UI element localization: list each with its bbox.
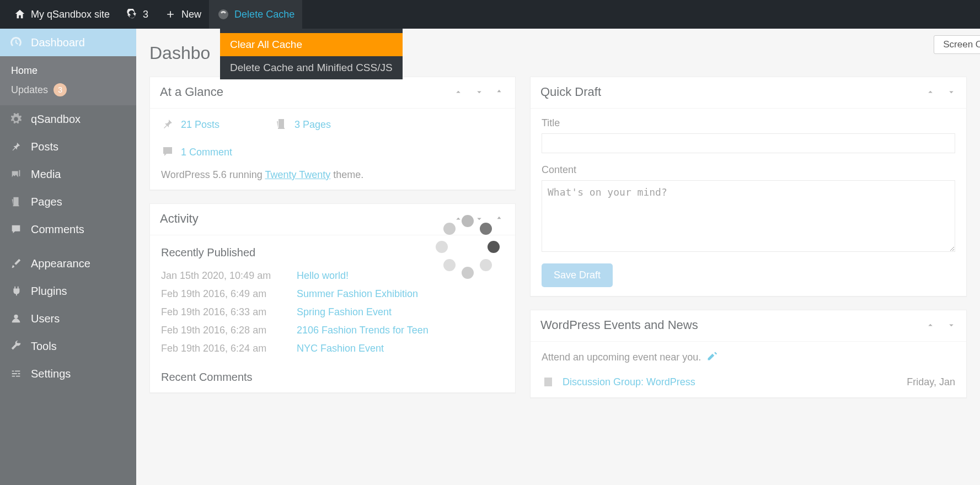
plugin-icon xyxy=(9,284,23,298)
sidebar-item-users[interactable]: Users xyxy=(0,305,136,332)
sidebar-label-users: Users xyxy=(31,312,60,325)
sidebar-label-pages: Pages xyxy=(31,196,62,208)
sidebar-item-media[interactable]: Media xyxy=(0,160,136,188)
recent-comments-title: Recent Comments xyxy=(161,371,504,384)
at-a-glance-title: At a Glance xyxy=(160,85,453,99)
site-name: My qSandbox site xyxy=(31,9,110,20)
sidebar-item-dashboard[interactable]: Dashboard xyxy=(0,29,136,56)
sliders-icon xyxy=(9,367,23,381)
screen-options-tab[interactable]: Screen Opti xyxy=(934,35,980,54)
quick-draft-box: Quick Draft Title Content Save Draft xyxy=(530,77,967,297)
chevron-up-icon[interactable] xyxy=(925,87,935,97)
pencil-icon[interactable] xyxy=(706,351,717,364)
sidebar-label-qsandbox: qSandbox xyxy=(31,113,81,126)
save-draft-button[interactable]: Save Draft xyxy=(542,263,613,287)
post-link[interactable]: Summer Fashion Exhibition xyxy=(297,288,418,300)
new-label: New xyxy=(181,9,201,20)
clear-all-cache-item[interactable]: Clear All Cache xyxy=(220,33,403,56)
media-icon xyxy=(9,167,23,181)
activity-item: Feb 19th 2016, 6:49 am Summer Fashion Ex… xyxy=(161,285,504,303)
new-content-link[interactable]: New xyxy=(156,0,209,29)
chevron-down-icon[interactable] xyxy=(946,87,956,97)
sidebar-label-appearance: Appearance xyxy=(31,257,90,270)
comment-icon xyxy=(161,145,175,159)
post-link[interactable]: Hello world! xyxy=(297,270,349,282)
cache-logo-icon xyxy=(217,8,230,21)
chevron-up-icon[interactable] xyxy=(453,87,463,97)
delete-cache-dropdown: Clear All Cache Delete Cache and Minifie… xyxy=(220,29,403,79)
chevron-up-icon[interactable] xyxy=(925,320,935,330)
sidebar-item-settings[interactable]: Settings xyxy=(0,360,136,387)
user-icon xyxy=(9,311,23,326)
activity-title: Activity xyxy=(160,212,453,226)
post-link[interactable]: Spring Fashion Event xyxy=(297,306,392,318)
activity-item: Feb 19th 2016, 6:24 am NYC Fashion Event xyxy=(161,340,504,358)
sidebar-label-plugins: Plugins xyxy=(31,285,67,298)
sidebar-item-appearance[interactable]: Appearance xyxy=(0,250,136,277)
site-home-link[interactable]: My qSandbox site xyxy=(6,0,117,29)
dashboard-icon xyxy=(9,35,23,50)
sidebar-item-qsandbox[interactable]: qSandbox xyxy=(0,105,136,133)
sidebar-item-home[interactable]: Home xyxy=(0,62,136,80)
sidebar-label-comments: Comments xyxy=(31,223,84,236)
dashboard-submenu: Home Updates 3 xyxy=(0,56,136,105)
sidebar-label-settings: Settings xyxy=(31,368,71,380)
sidebar-item-tools[interactable]: Tools xyxy=(0,332,136,360)
sidebar-label-posts: Posts xyxy=(31,141,58,153)
gear-icon xyxy=(9,112,23,126)
activity-item: Feb 19th 2016, 6:33 am Spring Fashion Ev… xyxy=(161,303,504,321)
activity-item: Feb 19th 2016, 6:28 am 2106 Fashion Tren… xyxy=(161,321,504,340)
posts-count-link[interactable]: 21 Posts xyxy=(181,119,219,131)
delete-cache-minified-item[interactable]: Delete Cache and Minified CSS/JS xyxy=(220,56,403,79)
wp-version-info: WordPress 5.6 running Twenty Twenty them… xyxy=(161,169,504,181)
sidebar-item-updates[interactable]: Updates 3 xyxy=(0,80,136,100)
title-field-label: Title xyxy=(542,117,955,129)
plus-icon xyxy=(164,8,177,21)
pages-count-link[interactable]: 3 Pages xyxy=(294,119,331,131)
updates-count: 3 xyxy=(143,9,148,20)
event-link[interactable]: Discussion Group: WordPress xyxy=(563,376,899,388)
delete-cache-label: Delete Cache xyxy=(234,9,294,20)
calendar-icon xyxy=(542,375,555,389)
pages-icon xyxy=(9,195,23,209)
chevron-down-icon[interactable] xyxy=(946,320,956,330)
refresh-icon xyxy=(125,8,138,21)
wrench-icon xyxy=(9,339,23,353)
theme-link[interactable]: Twenty Twenty xyxy=(265,169,330,180)
draft-title-input[interactable] xyxy=(542,133,955,153)
pages-icon xyxy=(275,117,289,132)
svg-point-0 xyxy=(218,9,228,19)
sidebar-label-tools: Tools xyxy=(31,340,57,353)
updates-badge: 3 xyxy=(53,83,67,96)
sidebar-item-plugins[interactable]: Plugins xyxy=(0,277,136,305)
updates-label: Updates xyxy=(11,84,48,96)
home-icon xyxy=(13,8,26,21)
chevron-down-icon[interactable] xyxy=(474,87,484,97)
pin-icon xyxy=(161,117,175,132)
pin-icon xyxy=(9,139,23,154)
event-date: Friday, Jan xyxy=(907,376,955,388)
at-a-glance-box: At a Glance xyxy=(149,77,516,190)
content-field-label: Content xyxy=(542,164,955,176)
brush-icon xyxy=(9,256,23,271)
sidebar-item-comments[interactable]: Comments xyxy=(0,215,136,243)
updates-link[interactable]: 3 xyxy=(117,0,156,29)
quick-draft-title: Quick Draft xyxy=(540,85,925,99)
post-link[interactable]: 2106 Fashion Trends for Teen xyxy=(297,325,429,336)
comments-count-link[interactable]: 1 Comment xyxy=(181,147,232,158)
sidebar-label-media: Media xyxy=(31,168,61,181)
draft-content-textarea[interactable] xyxy=(542,180,955,252)
delete-cache-menu[interactable]: Delete Cache xyxy=(209,0,302,29)
sidebar-item-posts[interactable]: Posts xyxy=(0,133,136,160)
content-area: Dashbo At a Glance xyxy=(136,29,980,485)
attend-event-text: Attend an upcoming event near you. xyxy=(542,352,701,363)
events-news-title: WordPress Events and News xyxy=(540,318,925,332)
activity-list: Jan 15th 2020, 10:49 am Hello world! Feb… xyxy=(161,267,504,358)
comments-icon xyxy=(9,222,23,236)
loading-spinner xyxy=(436,215,500,279)
triangle-up-icon[interactable] xyxy=(495,87,505,97)
admin-bar: My qSandbox site 3 New Delete Cache Scre… xyxy=(0,0,980,29)
sidebar-item-pages[interactable]: Pages xyxy=(0,188,136,215)
post-link[interactable]: NYC Fashion Event xyxy=(297,343,384,354)
admin-sidebar: Dashboard Home Updates 3 qSandbox Posts xyxy=(0,29,136,485)
